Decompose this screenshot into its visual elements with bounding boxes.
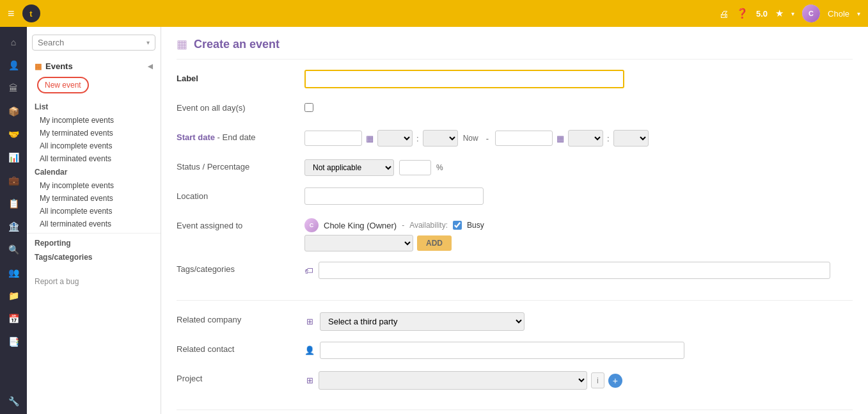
printer-icon[interactable]: 🖨 bbox=[719, 8, 729, 19]
project-control: ⊞ i + bbox=[304, 370, 853, 390]
list-item-my-terminated[interactable]: My terminated events bbox=[27, 127, 161, 139]
nav-divider bbox=[27, 233, 161, 234]
tag-icon: 🏷 bbox=[304, 266, 313, 276]
tags-row: Tags/categories 🏷 bbox=[177, 260, 853, 281]
status-row: Status / Percentage Not applicable In pr… bbox=[177, 158, 853, 179]
project-select[interactable] bbox=[319, 371, 587, 390]
location-row: Location bbox=[177, 187, 853, 208]
related-company-select[interactable]: Select a third party bbox=[320, 312, 525, 331]
project-label: Project bbox=[177, 370, 304, 383]
sidebar-icon-layers[interactable]: 📑 bbox=[2, 331, 25, 352]
status-select[interactable]: Not applicable In progress Done Cancelle… bbox=[304, 159, 394, 176]
sidebar-icon-home[interactable]: ⌂ bbox=[2, 32, 25, 52]
calendar-item-all-terminated[interactable]: All terminated events bbox=[27, 218, 161, 230]
list-item-all-incomplete[interactable]: All incomplete events bbox=[27, 139, 161, 152]
sidebar-icon-briefcase[interactable]: 💼 bbox=[2, 170, 25, 191]
start-hour-select[interactable] bbox=[377, 130, 413, 147]
all-day-checkbox[interactable] bbox=[304, 103, 313, 112]
calendar-group-title[interactable]: Calendar bbox=[27, 165, 161, 179]
sidebar-icon-chart[interactable]: 📊 bbox=[2, 147, 25, 168]
topbar-right: 🖨 ❓ 5.0 ★ ▾ C Chole ▾ bbox=[719, 4, 860, 22]
availability-label: Availability: bbox=[409, 221, 448, 230]
start-min-select[interactable] bbox=[423, 130, 458, 147]
sidebar-icon-wrench[interactable]: 🔧 bbox=[2, 394, 25, 414]
menu-icon[interactable]: ≡ bbox=[8, 7, 15, 20]
date-control: ▦ : Now - ▦ : bbox=[304, 129, 853, 147]
related-company-row: Related company ⊞ Select a third party bbox=[177, 311, 853, 331]
score-value: 5.0 bbox=[756, 9, 768, 19]
related-contact-input[interactable] bbox=[320, 342, 684, 359]
label-field-control bbox=[304, 70, 853, 88]
nav-sidebar: ▾ ▦ Events ◀ New event List My incomplet… bbox=[27, 27, 161, 414]
events-section-title[interactable]: ▦ Events ◀ bbox=[27, 58, 161, 74]
help-icon[interactable]: ❓ bbox=[736, 8, 748, 19]
date-label: Start date - End date bbox=[177, 129, 304, 142]
calendar-item-my-terminated[interactable]: My terminated events bbox=[27, 192, 161, 205]
now-button[interactable]: Now bbox=[462, 131, 480, 145]
related-contact-row: Related contact 👤 bbox=[177, 340, 853, 361]
sidebar-icon-folder[interactable]: 📁 bbox=[2, 285, 25, 306]
sidebar-icon-search[interactable]: 🔍 bbox=[2, 239, 25, 260]
list-item-all-terminated[interactable]: All terminated events bbox=[27, 152, 161, 165]
label-input[interactable] bbox=[304, 70, 624, 88]
main-form-section: Label Event on all day(s) Start date - E… bbox=[177, 70, 853, 301]
new-event-button[interactable]: New event bbox=[37, 77, 89, 93]
sidebar-icon-persons[interactable]: 👥 bbox=[2, 262, 25, 283]
sidebar-icon-handshake[interactable]: 🤝 bbox=[2, 124, 25, 145]
user-avatar[interactable]: C bbox=[802, 4, 820, 22]
add-user-button[interactable]: ADD bbox=[417, 235, 452, 251]
end-date-input[interactable] bbox=[495, 131, 553, 146]
start-calendar-icon[interactable]: ▦ bbox=[366, 134, 374, 143]
assigned-control: C Chole King (Owner) - Availability: Bus… bbox=[304, 217, 484, 251]
assigned-inner: Event assigned to C Chole King (Owner) -… bbox=[177, 217, 484, 251]
tags-input[interactable] bbox=[319, 262, 830, 279]
location-input[interactable] bbox=[304, 187, 484, 205]
page-title: Create an event bbox=[194, 38, 280, 51]
star-icon[interactable]: ★ bbox=[775, 8, 784, 19]
add-user-select[interactable] bbox=[304, 235, 413, 251]
related-contact-label: Related contact bbox=[177, 340, 304, 354]
end-hour-select[interactable] bbox=[568, 130, 603, 147]
project-info-button[interactable]: i bbox=[591, 372, 604, 388]
calendar-item-my-incomplete[interactable]: My incomplete events bbox=[27, 179, 161, 192]
calendar-item-all-incomplete[interactable]: All incomplete events bbox=[27, 205, 161, 218]
status-control: Not applicable In progress Done Cancelle… bbox=[304, 158, 853, 176]
list-item-my-incomplete[interactable]: My incomplete events bbox=[27, 114, 161, 127]
start-date-input[interactable] bbox=[304, 131, 362, 146]
topbar: ≡ t 🖨 ❓ 5.0 ★ ▾ C Chole ▾ bbox=[0, 0, 868, 27]
related-section: Related company ⊞ Select a third party R… bbox=[177, 311, 853, 410]
related-company-label: Related company bbox=[177, 311, 304, 324]
sidebar-icon-bank[interactable]: 🏦 bbox=[2, 216, 25, 237]
tags-categories-title[interactable]: Tags/categories bbox=[27, 250, 161, 264]
events-nav-section: ▦ Events ◀ New event List My incomplete … bbox=[27, 56, 161, 267]
reporting-title[interactable]: Reporting bbox=[27, 236, 161, 250]
add-user-row: ADD bbox=[304, 235, 484, 251]
assigned-info-row: C Chole King (Owner) - Availability: Bus… bbox=[304, 217, 484, 232]
list-group-title[interactable]: List bbox=[27, 100, 161, 114]
report-bug-link[interactable]: Report a bug bbox=[27, 272, 161, 291]
sidebar-icon-package[interactable]: 📦 bbox=[2, 101, 25, 122]
busy-label: Busy bbox=[467, 221, 484, 230]
project-add-button[interactable]: + bbox=[608, 374, 622, 388]
percent-symbol: % bbox=[436, 163, 443, 172]
sidebar-icon-building[interactable]: 🏛 bbox=[2, 78, 25, 99]
end-calendar-icon[interactable]: ▦ bbox=[556, 134, 564, 143]
busy-checkbox[interactable] bbox=[453, 221, 462, 230]
percent-input[interactable] bbox=[399, 160, 431, 175]
end-min-select[interactable] bbox=[613, 130, 649, 147]
start-date-label: Start date bbox=[177, 132, 215, 142]
all-day-row: Event on all day(s) bbox=[177, 99, 853, 120]
sidebar-icon-calendar[interactable]: 📅 bbox=[2, 308, 25, 329]
search-input[interactable] bbox=[38, 38, 146, 47]
sidebar-icon-stack[interactable]: 📋 bbox=[2, 193, 25, 214]
date-row: Start date - End date ▦ : Now - bbox=[177, 129, 853, 149]
assigned-row: Event assigned to C Chole King (Owner) -… bbox=[177, 217, 853, 251]
icon-sidebar: ⌂ 👤 🏛 📦 🤝 📊 💼 📋 🏦 🔍 👥 📁 📅 📑 🔧 bbox=[0, 27, 27, 414]
availability-text: - bbox=[402, 221, 404, 230]
star-caret[interactable]: ▾ bbox=[791, 10, 794, 17]
label-field-label: Label bbox=[177, 70, 304, 83]
user-caret[interactable]: ▾ bbox=[857, 10, 860, 17]
sidebar-icon-user[interactable]: 👤 bbox=[2, 55, 25, 76]
search-box[interactable]: ▾ bbox=[32, 35, 155, 51]
username-label[interactable]: Chole bbox=[828, 9, 849, 19]
